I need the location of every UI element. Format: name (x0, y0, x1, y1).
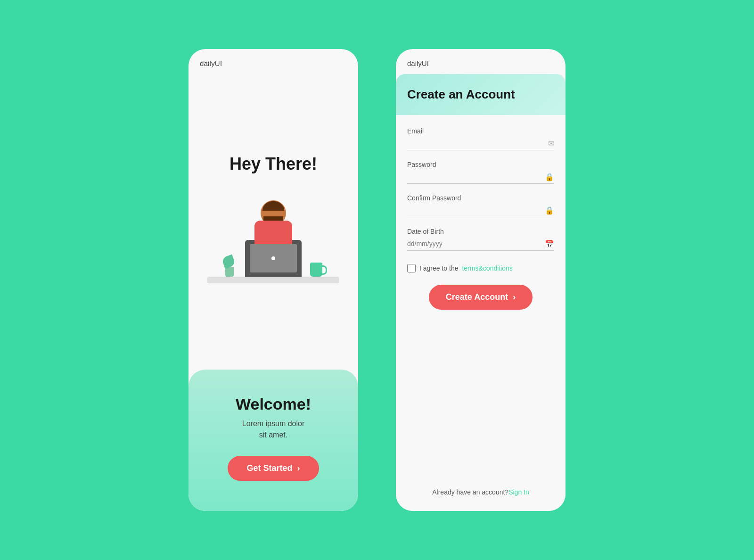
welcome-title: Welcome! (236, 395, 311, 413)
left-card: dailyUI Hey There! (188, 49, 358, 511)
chevron-right-icon: › (297, 463, 300, 473)
calendar-icon: 📅 (545, 239, 554, 248)
create-account-button[interactable]: Create Account › (429, 285, 533, 310)
get-started-button[interactable]: Get Started › (228, 456, 319, 481)
create-account-label: Create Account (446, 292, 508, 302)
signup-form: Email ✉ Password 🔒 Confirm Password 🔒 D (396, 115, 566, 511)
laptop-dot (271, 256, 275, 260)
hey-there-heading: Hey There! (229, 154, 317, 174)
mug-decoration (310, 263, 322, 277)
signin-link[interactable]: Sign In (508, 488, 529, 496)
get-started-label: Get Started (246, 463, 292, 473)
password-label: Password (407, 161, 554, 168)
signin-text: Already have an account? (432, 488, 508, 496)
password-field-group: Password 🔒 (407, 153, 554, 184)
signin-row: Already have an account?Sign In (407, 488, 554, 500)
confirm-password-input-wrap: 🔒 (407, 204, 554, 217)
email-input[interactable] (407, 137, 554, 150)
terms-row: I agree to the terms&conditions (407, 264, 554, 272)
dob-input[interactable] (407, 237, 554, 250)
laptop-screen (250, 244, 297, 272)
confirm-lock-icon: 🔒 (545, 206, 554, 215)
dob-field-group: Date of Birth 📅 (407, 220, 554, 251)
dob-label: Date of Birth (407, 228, 554, 235)
terms-link[interactable]: terms&conditions (462, 264, 513, 272)
confirm-password-label: Confirm Password (407, 194, 554, 202)
password-input-wrap: 🔒 (407, 170, 554, 184)
welcome-subtitle: Lorem ipsum dolor sit amet. (242, 418, 305, 441)
right-card-header: Create an Account (396, 74, 566, 115)
dob-input-wrap: 📅 (407, 237, 554, 251)
left-logo: dailyUI (188, 49, 358, 67)
left-card-top: Hey There! (198, 67, 349, 370)
create-account-chevron-icon: › (513, 292, 516, 302)
create-account-title: Create an Account (407, 87, 554, 102)
left-card-bottom: Welcome! Lorem ipsum dolor sit amet. Get… (188, 370, 358, 511)
email-field-group: Email ✉ (407, 120, 554, 150)
plant-decoration (224, 256, 234, 277)
mug (310, 263, 322, 277)
terms-checkbox[interactable] (407, 264, 416, 272)
plant-leaf (221, 254, 236, 269)
lock-icon: 🔒 (545, 173, 554, 181)
person-hair (262, 198, 284, 211)
right-logo: dailyUI (396, 49, 566, 67)
confirm-password-field-group: Confirm Password 🔒 (407, 187, 554, 217)
illustration (207, 189, 339, 283)
password-input[interactable] (407, 170, 554, 183)
person-illustration (254, 200, 292, 247)
person-body (254, 221, 292, 244)
terms-prefix-text: I agree to the (419, 264, 459, 272)
confirm-password-input[interactable] (407, 204, 554, 217)
desk (207, 277, 339, 283)
email-icon: ✉ (548, 139, 554, 148)
right-card: dailyUI Create an Account Email ✉ Passwo… (396, 49, 566, 511)
email-label: Email (407, 127, 554, 135)
email-input-wrap: ✉ (407, 137, 554, 150)
